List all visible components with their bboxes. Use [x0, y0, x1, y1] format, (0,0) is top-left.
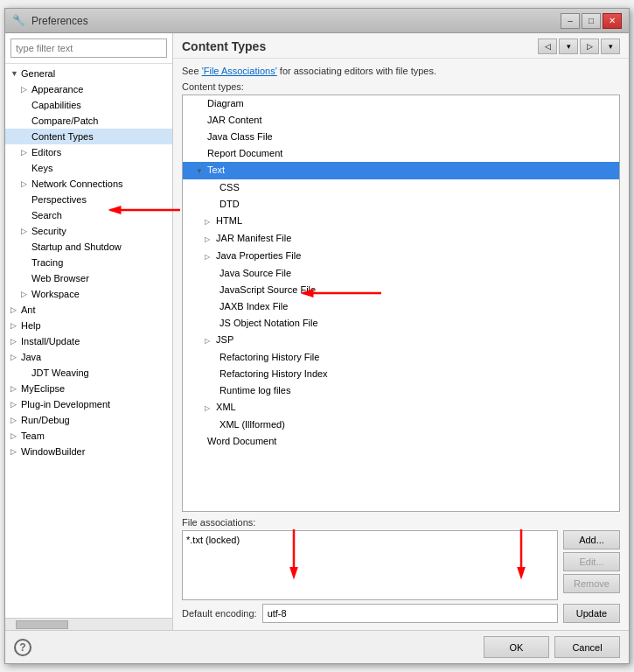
sidebar-item-label: Run/Debug	[21, 413, 70, 427]
sidebar-item-help[interactable]: ▷ Help	[5, 318, 172, 333]
sidebar-item-label: Startup and Shutdow	[31, 240, 122, 254]
list-item[interactable]: Diagram	[183, 95, 619, 112]
expand-arrow: ▷	[21, 82, 31, 96]
sidebar-item-label: General	[21, 66, 55, 80]
sidebar-item-startup[interactable]: Startup and Shutdow	[5, 239, 172, 255]
forward-button[interactable]: ▷	[580, 38, 599, 54]
list-item[interactable]: Java Class File	[183, 129, 619, 145]
sidebar-item-label: JDT Weaving	[31, 366, 89, 380]
content-types-label: Content types:	[182, 81, 620, 92]
sidebar-item-workspace[interactable]: ▷ Workspace	[5, 286, 172, 302]
window-title: Preferences	[31, 15, 88, 27]
preferences-window: 🔧 Preferences – □ ✕ ▼ General	[4, 8, 630, 664]
minimize-button[interactable]: –	[561, 13, 580, 29]
expand-arrow: ▷	[10, 303, 21, 317]
sidebar-item-label: Java	[21, 350, 41, 364]
sidebar-item-capabilities[interactable]: Capabilities	[5, 97, 172, 113]
sidebar-item-jdt[interactable]: JDT Weaving	[5, 365, 172, 381]
list-item[interactable]: ▷ HTML	[183, 213, 619, 230]
list-item[interactable]: XML (Illformed)	[183, 416, 619, 433]
sidebar-item-editors[interactable]: ▷ Editors	[5, 144, 172, 160]
list-item[interactable]: ▷ XML	[183, 399, 619, 416]
list-item[interactable]: Runtime log files	[183, 382, 619, 399]
maximize-button[interactable]: □	[582, 13, 601, 29]
window-controls: – □ ✕	[561, 13, 622, 29]
content-list[interactable]: Diagram JAR Content Java Class File	[182, 94, 620, 512]
expand-arrow: ▷	[21, 287, 31, 301]
expand-arrow: ▷	[10, 444, 21, 458]
list-item[interactable]: DTD	[183, 196, 619, 213]
list-item[interactable]: JavaScript Source File	[183, 282, 619, 298]
list-item[interactable]: ▷ JAR Manifest File	[183, 230, 619, 248]
back-button[interactable]: ◁	[538, 38, 557, 54]
ok-button[interactable]: OK	[484, 636, 549, 658]
sidebar-item-label: Tracing	[31, 256, 63, 270]
sidebar-item-install[interactable]: ▷ Install/Update	[5, 333, 172, 349]
expand-arrow: ▷	[10, 429, 21, 443]
dropdown-button[interactable]: ▾	[559, 38, 578, 54]
menu-button[interactable]: ▾	[601, 38, 620, 54]
sidebar-item-label: Network Connections	[31, 177, 123, 191]
remove-button[interactable]: Remove	[563, 574, 620, 593]
list-item-text[interactable]: ▼ Text	[183, 162, 619, 179]
list-item[interactable]: Word Document	[183, 433, 619, 450]
sidebar-item-tracing[interactable]: Tracing	[5, 255, 172, 270]
sidebar-item-rundebug[interactable]: ▷ Run/Debug	[5, 412, 172, 428]
sidebar-item-team[interactable]: ▷ Team	[5, 428, 172, 444]
list-item[interactable]: Refactoring History File	[183, 349, 619, 366]
list-item[interactable]: Java Source File	[183, 265, 619, 282]
list-item[interactable]: ▷ JSP	[183, 332, 619, 349]
sidebar-item-label: Perspectives	[31, 192, 87, 206]
list-item[interactable]: ▷ Java Properties File	[183, 248, 619, 265]
arrow-to-text	[276, 284, 390, 319]
encoding-row: Default encoding: Update	[182, 604, 620, 623]
sidebar-item-label: Search	[31, 208, 62, 222]
sidebar-item-web-browser[interactable]: Web Browser	[5, 270, 172, 286]
sidebar-item-content-types[interactable]: Content Types	[5, 129, 172, 144]
sidebar-item-general[interactable]: ▼ General	[5, 66, 172, 81]
sidebar-item-label: MyEclipse	[21, 382, 65, 396]
sidebar-item-ant[interactable]: ▷ Ant	[5, 302, 172, 318]
sidebar-item-label: Compare/Patch	[31, 114, 98, 128]
title-bar: 🔧 Preferences – □ ✕	[5, 9, 629, 33]
update-button[interactable]: Update	[563, 604, 620, 623]
list-item[interactable]: Report Document	[183, 145, 619, 162]
scrollbar-thumb	[16, 620, 68, 629]
right-header: Content Types ◁ ▾ ▷ ▾	[173, 33, 629, 59]
edit-button[interactable]: Edit...	[563, 552, 620, 571]
sidebar-item-label: Plug-in Development	[21, 397, 110, 411]
cancel-button[interactable]: Cancel	[554, 636, 620, 658]
encoding-input[interactable]	[262, 604, 558, 623]
search-box	[5, 33, 172, 64]
description: See 'File Associations' for associating …	[182, 66, 620, 76]
sidebar-item-compare[interactable]: Compare/Patch	[5, 113, 172, 129]
search-input[interactable]	[10, 38, 167, 58]
expand-arrow: ▷	[10, 413, 21, 427]
horizontal-scrollbar[interactable]	[5, 618, 172, 630]
list-item[interactable]: Refactoring History Index	[183, 366, 619, 382]
help-button[interactable]: ?	[14, 639, 31, 656]
close-button[interactable]: ✕	[603, 13, 622, 29]
tree-container: ▼ General ▷ Appearance Capabilities Comp…	[5, 64, 172, 618]
sidebar-item-label: Editors	[31, 145, 61, 159]
left-panel: ▼ General ▷ Appearance Capabilities Comp…	[5, 33, 173, 630]
sidebar-item-windowbuilder[interactable]: ▷ WindowBuilder	[5, 444, 172, 459]
sidebar-item-myeclipse[interactable]: ▷ MyEclipse	[5, 381, 172, 396]
file-associations-link[interactable]: 'File Associations'	[202, 66, 277, 76]
sidebar-item-keys[interactable]: Keys	[5, 160, 172, 176]
panel-title: Content Types	[182, 39, 266, 53]
add-button[interactable]: Add...	[563, 530, 620, 550]
list-item[interactable]: JS Object Notation File	[183, 315, 619, 332]
sidebar-item-plugin[interactable]: ▷ Plug-in Development	[5, 396, 172, 412]
sidebar-item-appearance[interactable]: ▷ Appearance	[5, 81, 172, 97]
arrow-to-update	[495, 529, 565, 599]
list-item[interactable]: JAXB Index File	[183, 298, 619, 315]
list-item[interactable]: CSS	[183, 179, 619, 196]
sidebar-item-label: Help	[21, 318, 41, 332]
sidebar-item-label: Workspace	[31, 287, 80, 301]
sidebar-item-network[interactable]: ▷ Network Connections	[5, 176, 172, 192]
sidebar-item-java[interactable]: ▷ Java	[5, 349, 172, 365]
expand-arrow: ▷	[10, 318, 21, 332]
expand-arrow: ▷	[10, 397, 21, 411]
list-item[interactable]: JAR Content	[183, 112, 619, 129]
